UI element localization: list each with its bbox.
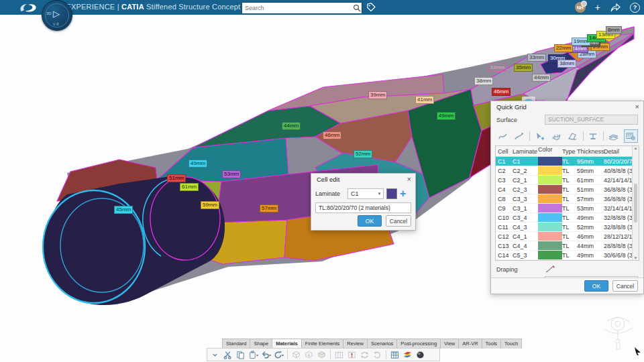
table-scrollbar[interactable]: ▲ ▼: [632, 146, 639, 260]
sync-back-icon[interactable]: [372, 349, 383, 361]
select-plus-icon[interactable]: [533, 130, 547, 142]
laminate-dropdown[interactable]: C1 ▾: [347, 188, 384, 199]
tab-materials[interactable]: Materials: [272, 339, 302, 349]
scroll-thumb[interactable]: [634, 184, 637, 223]
scroll-down-icon[interactable]: ▼: [634, 256, 638, 260]
laminate-type: TL: [562, 243, 577, 249]
column-warning-icon[interactable]: [346, 349, 358, 361]
thickness-value: 53mm: [577, 205, 604, 212]
cell-edit-title: Cell edit: [311, 174, 415, 186]
compass-vr-label: V.R: [53, 22, 59, 26]
user-avatar[interactable]: NH: [575, 2, 586, 13]
more-chevron-icon[interactable]: [209, 349, 221, 361]
undo-icon[interactable]: ▾: [260, 349, 272, 361]
compass-play-icon[interactable]: ▷: [53, 9, 60, 19]
cell-edit-dialog: Cell edit × Laminate C1 ▾ + TL:80/20/20/…: [311, 173, 416, 231]
quick-grid-table[interactable]: Cell Laminate Color Type Thickness Detai…: [495, 145, 639, 261]
cell-edit-cancel-button[interactable]: Cancel: [386, 215, 411, 227]
table-row[interactable]: C14C5_3TL49mm30/6/6/8 (3 ...: [496, 251, 639, 260]
table-row[interactable]: C11C4_3TL52mm32/8/8/8 (3 ...: [496, 223, 639, 232]
table-row[interactable]: C13C4_4TL44mm28/8/8/8 (3 ...: [496, 241, 639, 251]
thickness-label: 44mm: [282, 122, 301, 130]
update-icon[interactable]: ▾: [273, 349, 284, 361]
laminate-type: TL: [562, 215, 577, 221]
cell-edit-ok-button[interactable]: OK: [358, 215, 382, 227]
sync-forward-icon[interactable]: [359, 349, 370, 361]
thickness-label: 46mm: [492, 88, 511, 96]
tab-scenarios[interactable]: Scenarios: [367, 339, 397, 349]
export-icon[interactable]: [316, 349, 327, 361]
scroll-up-icon[interactable]: ▲: [634, 146, 638, 150]
robot-widget[interactable]: [599, 312, 638, 353]
search-input[interactable]: [242, 5, 352, 11]
tab-review[interactable]: Review: [343, 339, 368, 349]
share-icon[interactable]: [610, 3, 621, 12]
tab-shape[interactable]: Shape: [250, 339, 272, 349]
curve-arrow-icon[interactable]: [513, 130, 527, 142]
copy-icon[interactable]: [235, 349, 246, 361]
table-row[interactable]: C9C3_1TL53mm32/14/14/14 ...: [496, 204, 639, 213]
close-icon[interactable]: ×: [635, 103, 639, 111]
tab-standard[interactable]: Standard: [222, 339, 250, 349]
paste-icon[interactable]: ▾: [248, 349, 259, 361]
table-row[interactable]: C15C5_1TL41mm26/10/10/12 ...: [496, 260, 639, 261]
table-row[interactable]: C1C1TL95mm80/20/20/70 ...: [496, 157, 639, 166]
laminate-color-swatch[interactable]: [386, 188, 397, 199]
add-content-icon[interactable]: +: [595, 3, 600, 12]
insert-object-icon[interactable]: [290, 349, 302, 361]
layup-fan-icon[interactable]: [402, 349, 413, 361]
3dexperience-compass[interactable]: 3D ▷ V.R: [42, 0, 72, 31]
tab-tools[interactable]: Tools: [482, 339, 502, 349]
tab-touch[interactable]: Touch: [500, 339, 522, 349]
help-icon[interactable]: ?: [630, 3, 640, 13]
add-laminate-button[interactable]: +: [400, 189, 406, 198]
table-row[interactable]: C3C2_1TL61mm42/14/14/14 ...: [496, 176, 639, 185]
chevron-down-icon[interactable]: ▾: [256, 353, 258, 357]
table-view-icon[interactable]: [333, 349, 345, 361]
grid-gear-icon[interactable]: [624, 129, 639, 143]
grid-table-icon[interactable]: [389, 349, 400, 361]
tab-post-processing[interactable]: Post-processing: [396, 339, 441, 349]
color-swatch: [538, 157, 562, 166]
thickness-value: 46mm: [577, 233, 604, 240]
cut-icon[interactable]: [222, 349, 233, 361]
material-sphere-icon[interactable]: [415, 349, 426, 361]
document-title: Stiffened Structure Concept: [146, 3, 240, 11]
press-icon[interactable]: [587, 130, 600, 142]
quick-grid-cancel-button[interactable]: Cancel: [612, 280, 638, 292]
import-icon[interactable]: [303, 349, 315, 361]
color-swatch: [538, 232, 562, 241]
col-thickness[interactable]: Thickness: [577, 148, 604, 155]
col-cell[interactable]: Cell: [496, 148, 513, 155]
tab-view[interactable]: View: [440, 339, 459, 349]
tab-finite-elements[interactable]: Finite Elements: [301, 339, 344, 349]
table-row[interactable]: C10C3_4TL49mm32/8/8/8 (3 ...: [496, 213, 639, 223]
search-icon[interactable]: [352, 4, 362, 12]
cell-id: C2: [496, 168, 513, 174]
table-row[interactable]: C8C3_3TL57mm36/8/8/8 (3 ...: [496, 194, 639, 204]
col-color[interactable]: Color: [538, 146, 562, 156]
search-box[interactable]: [241, 2, 362, 14]
cell-id: C13: [496, 243, 513, 249]
table-row[interactable]: C2C2_2TL59mm40/8/8/8 (3 ...: [496, 166, 639, 176]
chevron-down-icon[interactable]: ▾: [376, 191, 383, 196]
quick-grid-ok-button[interactable]: OK: [584, 280, 608, 292]
laminate-definition-field[interactable]: TL:80/20/20/70 (2 materials): [315, 202, 411, 213]
spline-icon[interactable]: [496, 130, 510, 142]
draping-icon[interactable]: [545, 265, 555, 274]
table-row[interactable]: C4C2_3TL51mm36/8/8/8 (3 ...: [496, 185, 639, 194]
drape-icon[interactable]: [550, 130, 564, 142]
mouse-cursor: [635, 347, 641, 355]
col-type[interactable]: Type: [562, 148, 577, 155]
table-row[interactable]: C12C4_1TL46mm28/12/12/14 ...: [496, 232, 639, 241]
thickness-value: 59mm: [577, 168, 604, 174]
chevron-down-icon[interactable]: ▾: [269, 353, 271, 357]
flatten-icon[interactable]: [566, 130, 580, 142]
chevron-down-icon[interactable]: ▾: [282, 353, 284, 357]
close-icon[interactable]: ×: [407, 175, 411, 183]
col-laminate[interactable]: Laminate: [513, 148, 538, 155]
color-swatch: [538, 223, 562, 231]
layers-icon[interactable]: [607, 130, 621, 142]
tab-ar-vr[interactable]: AR-VR: [458, 339, 482, 349]
tag-icon[interactable]: [366, 3, 376, 12]
